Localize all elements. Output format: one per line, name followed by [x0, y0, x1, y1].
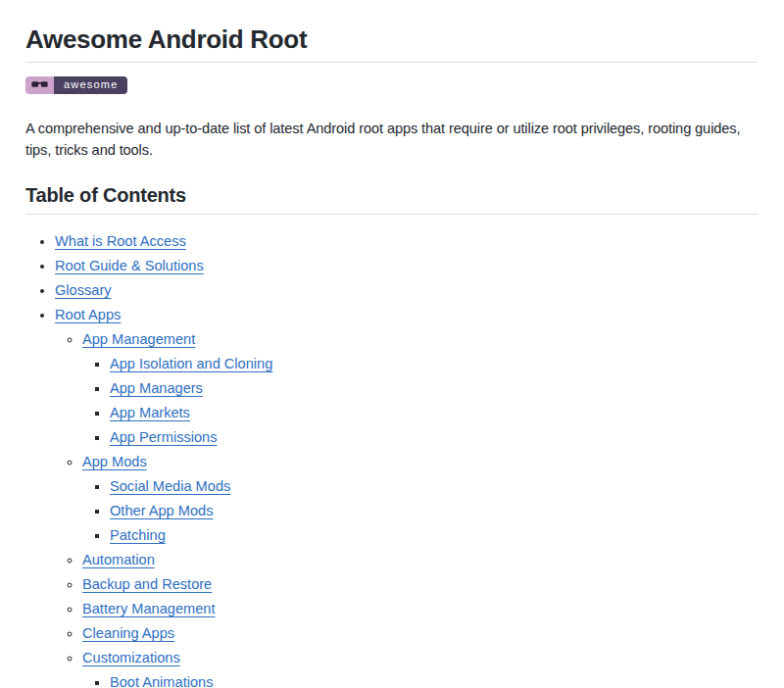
toc-link-app-isolation-and-cloning[interactable]: App Isolation and Cloning — [110, 356, 272, 371]
toc-link-patching[interactable]: Patching — [110, 527, 166, 543]
toc-list: App Isolation and CloningApp ManagersApp… — [82, 353, 758, 448]
toc-link-app-managers[interactable]: App Managers — [110, 380, 203, 396]
toc-link-root-guide-solutions[interactable]: Root Guide & Solutions — [55, 258, 204, 273]
toc-item-app-permissions: App Permissions — [110, 426, 758, 448]
toc-title: Table of Contents — [25, 184, 758, 215]
toc-link-app-mods[interactable]: App Mods — [82, 454, 147, 469]
toc-item-glossary: Glossary — [55, 279, 758, 301]
page-description: A comprehensive and up-to-date list of l… — [25, 118, 758, 161]
toc-link-backup-and-restore[interactable]: Backup and Restore — [82, 576, 212, 592]
toc-item-battery-management: Battery Management — [82, 598, 758, 619]
toc-item-app-management: App ManagementApp Isolation and CloningA… — [82, 328, 758, 448]
toc-item-automation: Automation — [82, 549, 758, 570]
toc-list: App ManagementApp Isolation and CloningA… — [55, 328, 758, 688]
toc-item-root-guide-solutions: Root Guide & Solutions — [55, 255, 758, 276]
toc-link-app-markets[interactable]: App Markets — [110, 405, 190, 420]
toc-item-social-media-mods: Social Media Mods — [110, 475, 758, 497]
toc-link-app-permissions[interactable]: App Permissions — [110, 429, 218, 445]
toc-list: Boot AnimationsLaunchers — [82, 671, 758, 688]
awesome-badge[interactable]: awesome — [25, 76, 127, 94]
toc-item-cleaning-apps: Cleaning Apps — [82, 622, 758, 644]
toc-item-app-markets: App Markets — [110, 402, 758, 423]
toc-item-boot-animations: Boot Animations — [110, 671, 758, 688]
toc-link-cleaning-apps[interactable]: Cleaning Apps — [82, 625, 174, 641]
toc-item-app-mods: App ModsSocial Media ModsOther App ModsP… — [82, 451, 758, 546]
toc-item-app-isolation-and-cloning: App Isolation and Cloning — [110, 353, 758, 374]
sunglasses-icon — [25, 76, 54, 94]
toc-link-what-is-root-access[interactable]: What is Root Access — [55, 233, 186, 249]
toc-item-root-apps: Root AppsApp ManagementApp Isolation and… — [55, 304, 758, 688]
toc-link-battery-management[interactable]: Battery Management — [82, 601, 215, 616]
page-title: Awesome Android Root — [25, 24, 758, 63]
readme-content: Awesome Android Root awesome A comprehen… — [25, 24, 758, 688]
toc-link-root-apps[interactable]: Root Apps — [55, 307, 121, 322]
toc-item-what-is-root-access: What is Root Access — [55, 230, 758, 252]
toc-item-patching: Patching — [110, 524, 758, 546]
toc-link-boot-animations[interactable]: Boot Animations — [110, 674, 213, 688]
awesome-badge-label: awesome — [54, 76, 127, 94]
toc-item-app-managers: App Managers — [110, 377, 758, 399]
toc-link-glossary[interactable]: Glossary — [55, 282, 112, 298]
toc-link-social-media-mods[interactable]: Social Media Mods — [110, 478, 230, 494]
toc-link-customizations[interactable]: Customizations — [82, 650, 180, 665]
toc-item-customizations: CustomizationsBoot AnimationsLaunchers — [82, 647, 758, 688]
table-of-contents: What is Root AccessRoot Guide & Solution… — [25, 230, 758, 688]
toc-link-app-management[interactable]: App Management — [82, 331, 195, 347]
toc-link-other-app-mods[interactable]: Other App Mods — [110, 503, 213, 518]
toc-item-other-app-mods: Other App Mods — [110, 500, 758, 521]
toc-link-automation[interactable]: Automation — [82, 552, 155, 567]
toc-list: What is Root AccessRoot Guide & Solution… — [25, 230, 758, 688]
toc-list: Social Media ModsOther App ModsPatching — [82, 475, 758, 546]
toc-item-backup-and-restore: Backup and Restore — [82, 573, 758, 595]
